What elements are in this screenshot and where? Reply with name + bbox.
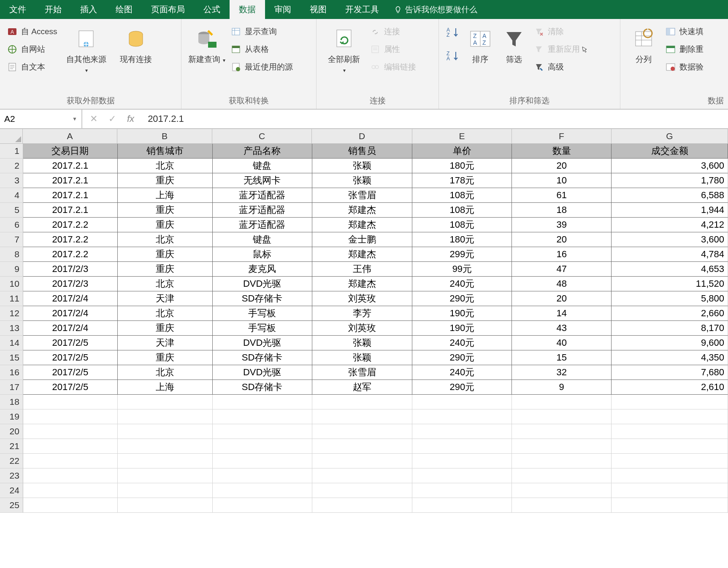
cell[interactable]: 290元 <box>412 291 512 306</box>
cell[interactable]: 180元 <box>412 159 512 173</box>
cell[interactable] <box>412 439 512 454</box>
filter-button[interactable]: 筛选 <box>497 22 531 65</box>
cell[interactable]: 2017.2.1 <box>23 203 118 218</box>
cell[interactable]: 数量 <box>512 144 612 159</box>
cell[interactable] <box>213 395 312 409</box>
cell[interactable]: 张雪眉 <box>312 188 413 203</box>
cell[interactable]: 2,660 <box>612 306 728 321</box>
row-header[interactable]: 25 <box>0 498 23 513</box>
cell[interactable] <box>118 409 213 424</box>
connections-button[interactable]: 连接 <box>367 24 419 39</box>
cell[interactable]: 39 <box>512 218 612 232</box>
cell[interactable] <box>612 409 728 424</box>
cell[interactable]: 重庆 <box>118 262 213 277</box>
cell[interactable]: 240元 <box>412 336 512 350</box>
cell[interactable] <box>512 409 612 424</box>
row-header[interactable]: 17 <box>0 380 23 395</box>
cell[interactable]: 上海 <box>118 380 213 395</box>
cell[interactable]: 108元 <box>412 188 512 203</box>
cell[interactable]: 北京 <box>118 277 213 291</box>
cell[interactable]: 48 <box>512 277 612 291</box>
cell[interactable] <box>512 483 612 498</box>
cell[interactable] <box>23 439 118 454</box>
tab-insert[interactable]: 插入 <box>71 0 106 19</box>
cell[interactable]: 4,350 <box>612 350 728 365</box>
cell[interactable]: SD存储卡 <box>213 291 312 306</box>
tab-review[interactable]: 审阅 <box>265 0 300 19</box>
cell[interactable] <box>412 483 512 498</box>
cell[interactable]: 32 <box>512 365 612 380</box>
cell[interactable]: 2017/2/3 <box>23 277 118 291</box>
cell[interactable] <box>213 439 312 454</box>
cell[interactable]: 2017.2.2 <box>23 232 118 247</box>
cell[interactable]: 190元 <box>412 306 512 321</box>
cell[interactable]: 销售城市 <box>118 144 213 159</box>
refresh-all-button[interactable]: 全部刷新▾ <box>321 22 367 75</box>
cell[interactable]: SD存储卡 <box>213 380 312 395</box>
recent-sources-button[interactable]: 最近使用的源 <box>228 59 295 75</box>
existing-connections-button[interactable]: 现有连接 <box>113 22 159 65</box>
cell[interactable] <box>213 409 312 424</box>
cell[interactable]: 李芳 <box>312 306 413 321</box>
cell[interactable]: 键盘 <box>213 232 312 247</box>
cell[interactable]: 180元 <box>412 232 512 247</box>
cell[interactable] <box>412 395 512 409</box>
cell[interactable]: 重庆 <box>118 247 213 262</box>
fx-icon[interactable]: fx <box>127 113 134 124</box>
cell[interactable]: 2017/2/4 <box>23 306 118 321</box>
cell[interactable]: 产品名称 <box>213 144 312 159</box>
cell[interactable] <box>23 395 118 409</box>
cell[interactable]: 47 <box>512 262 612 277</box>
cell[interactable]: 2017/2/5 <box>23 336 118 350</box>
cell[interactable]: 销售员 <box>312 144 413 159</box>
from-text-button[interactable]: 自文本 <box>4 59 60 75</box>
cell[interactable]: 郑建杰 <box>312 277 413 291</box>
cell[interactable] <box>612 439 728 454</box>
row-header[interactable]: 15 <box>0 350 23 365</box>
row-header[interactable]: 1 <box>0 144 23 159</box>
column-header[interactable]: C <box>212 129 312 144</box>
cell[interactable] <box>213 498 312 513</box>
row-header[interactable]: 11 <box>0 291 23 306</box>
cell[interactable]: 赵军 <box>312 380 413 395</box>
cell[interactable] <box>312 424 413 439</box>
row-header[interactable]: 2 <box>0 159 23 173</box>
cell[interactable] <box>312 409 413 424</box>
column-header[interactable]: A <box>23 129 117 144</box>
cell[interactable]: 99元 <box>412 262 512 277</box>
cell[interactable]: 刘英玫 <box>312 291 413 306</box>
column-header[interactable]: G <box>612 129 728 144</box>
cell[interactable]: 43 <box>512 321 612 336</box>
tab-home[interactable]: 开始 <box>35 0 71 19</box>
cell[interactable] <box>412 468 512 483</box>
from-table-button[interactable]: 从表格 <box>228 42 295 57</box>
cell[interactable]: 2017/2/5 <box>23 380 118 395</box>
cell[interactable] <box>512 468 612 483</box>
sort-button[interactable]: ZAAZ 排序 <box>463 22 497 65</box>
row-header[interactable]: 7 <box>0 232 23 247</box>
cell[interactable]: 重庆 <box>118 321 213 336</box>
cell[interactable]: 5,800 <box>612 291 728 306</box>
cell[interactable]: 20 <box>512 291 612 306</box>
cell[interactable]: 王伟 <box>312 262 413 277</box>
cell[interactable]: 2017/2/5 <box>23 350 118 365</box>
cell[interactable]: 61 <box>512 188 612 203</box>
sort-desc-icon[interactable]: ZA <box>446 50 461 62</box>
cell[interactable]: 上海 <box>118 188 213 203</box>
tell-me-input[interactable]: 告诉我你想要做什么 <box>388 0 483 19</box>
row-header[interactable]: 23 <box>0 468 23 483</box>
from-web-button[interactable]: 自网站 <box>4 42 60 57</box>
select-all-corner[interactable] <box>0 129 23 144</box>
cell[interactable] <box>412 424 512 439</box>
tab-dev[interactable]: 开发工具 <box>336 0 388 19</box>
cell[interactable]: 2017/2/4 <box>23 321 118 336</box>
row-header[interactable]: 21 <box>0 439 23 454</box>
sort-asc-icon[interactable]: AZ <box>446 27 461 38</box>
cell[interactable]: 天津 <box>118 291 213 306</box>
cell[interactable]: 108元 <box>412 203 512 218</box>
cell[interactable] <box>412 409 512 424</box>
cell[interactable] <box>23 498 118 513</box>
cell[interactable]: 张颖 <box>312 350 413 365</box>
row-header[interactable]: 8 <box>0 247 23 262</box>
cell[interactable] <box>312 454 413 468</box>
